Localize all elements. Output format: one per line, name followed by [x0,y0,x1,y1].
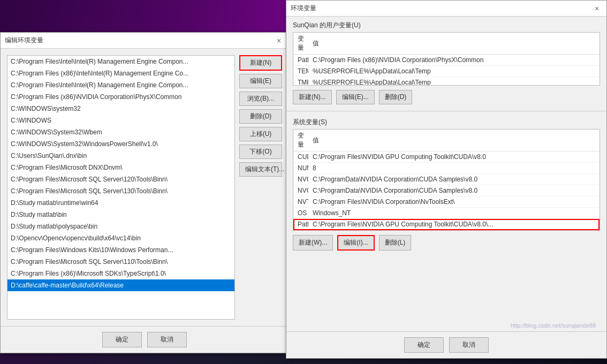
table-row[interactable]: NVCUDASAMPLES_ROOTC:\ProgramData\NVIDIA … [293,174,600,185]
right-ok-button[interactable]: 确定 [404,337,444,353]
browse-button[interactable]: 浏览(B)... [239,92,282,106]
list-item[interactable]: C:\Program Files\Microsoft SQL Server\11… [7,256,234,268]
dialog-edit-env: 编辑环境变量 × C:\Program Files\Intel\Intel(R)… [0,32,289,353]
new-button[interactable]: 新建(N) [239,55,282,71]
table-row[interactable]: TMP%USERPROFILE%\AppData\Local\Temp [293,77,600,86]
user-section-buttons: 新建(N)... 编辑(E)... 删除(D) [286,86,606,109]
list-item[interactable]: C:\Program Files (x86)\Microsoft SDKs\Ty… [7,268,234,279]
sys-vars-table: 变量 值 CUDA_PATH_V8_0C:\Program Files\NVID… [293,130,600,230]
table-row[interactable]: PathC:\Program Files\NVIDIA GPU Computin… [293,219,600,230]
sys-col-val: 值 [308,130,600,151]
user-col-var: 变量 [293,33,308,55]
sys-vars-table-container[interactable]: 变量 值 CUDA_PATH_V8_0C:\Program Files\NVID… [293,129,600,231]
sys-delete-button[interactable]: 删除(L) [379,235,412,251]
list-item[interactable]: D:\Study matlab\polyspace\bin [7,221,234,232]
watermark: http://blog.csdn.net/sunqiande88 [511,322,596,329]
right-cancel-button[interactable]: 取消 [449,337,489,353]
list-item[interactable]: D:\Study matlab\runtime\win64 [7,197,234,209]
list-item[interactable]: C:\WINDOWS [7,115,234,126]
left-ok-button[interactable]: 确定 [102,332,142,347]
dialog-right-close-button[interactable]: × [591,3,602,14]
list-item[interactable]: C:\Program Files\Intel\Intel(R) Manageme… [7,79,234,91]
list-item[interactable]: C:\Program Files\Microsoft DNX\Dnvm\ [7,162,234,173]
user-vars-table-container: 变量 值 PathC:\Program Files (x86)\NVIDIA C… [293,32,600,86]
sys-new-button[interactable]: 新建(W)... [293,235,333,251]
list-item[interactable]: C:\Program Files\Windows Kits\10\Windows… [7,244,234,256]
move-up-button[interactable]: 上移(U) [239,127,282,141]
dialog-left-titlebar: 编辑环境变量 × [1,33,289,49]
list-item[interactable]: C:\Program Files\Microsoft SQL Server\12… [7,173,234,185]
edit-text-button[interactable]: 编辑文本(T)... [239,162,282,177]
dialog-right-titlebar: 环境变量 × [286,1,606,17]
user-section-label: SunQian 的用户变量(U) [286,17,606,32]
table-row[interactable]: NVTOOLSEXT_PATHC:\Program Files\NVIDIA C… [293,196,600,208]
sys-edit-button[interactable]: 编辑(I)... [337,235,374,251]
move-down-button[interactable]: 下移(O) [239,145,282,159]
left-button-column: 新建(N) 编辑(E) 浏览(B)... 删除(D) 上移(U) 下移(O) 编… [239,55,282,320]
left-cancel-button[interactable]: 取消 [147,332,187,347]
list-item[interactable]: C:\WINDOWS\System32\WindowsPowerShell\v1… [7,138,234,150]
user-col-val: 值 [308,33,600,55]
user-delete-button[interactable]: 删除(D) [379,90,413,104]
list-item[interactable]: D:\Study matlab\bin [7,209,234,221]
user-new-button[interactable]: 新建(N)... [293,90,332,104]
section-divider [286,111,606,111]
list-item[interactable]: C:\WINDOWS\system32 [7,103,234,115]
sys-section-label: 系统变量(S) [286,113,606,129]
dialog-left-footer: 确定 取消 [1,326,289,353]
list-item[interactable]: D:\caffe\caffe-master\Build\x64\Release [7,279,234,291]
env-path-list[interactable]: C:\Program Files\Intel\Intel(R) Manageme… [7,55,235,320]
edit-button[interactable]: 编辑(E) [239,74,282,88]
sys-section-buttons: 新建(W)... 编辑(I)... 删除(L) [286,231,606,255]
table-row[interactable]: TEMP%USERPROFILE%\AppData\Local\Temp [293,66,600,77]
dialog-left-title: 编辑环境变量 [5,36,43,45]
dialog-left-close-button[interactable]: × [274,35,284,46]
table-row[interactable]: CUDA_PATH_V8_0C:\Program Files\NVIDIA GP… [293,151,600,163]
list-item[interactable]: C:\Program Files\Intel\Intel(R) Manageme… [7,56,234,67]
user-edit-button[interactable]: 编辑(E)... [336,90,375,104]
list-item[interactable]: C:\Users\SunQian\.dnx\bin [7,150,234,162]
user-vars-table: 变量 值 PathC:\Program Files (x86)\NVIDIA C… [293,33,600,86]
dialog-left-content: C:\Program Files\Intel\Intel(R) Manageme… [1,49,289,326]
list-item[interactable]: C:\Program Files (x86)\NVIDIA Corporatio… [7,91,234,103]
list-item[interactable]: C:\Program Files (x86)\Intel\Intel(R) Ma… [7,67,234,79]
table-row[interactable]: NVCUDASAMPLES8_0_RO...C:\ProgramData\NVI… [293,185,600,196]
delete-button[interactable]: 删除(D) [239,109,282,124]
table-row[interactable]: PathC:\Program Files (x86)\NVIDIA Corpor… [293,55,600,66]
list-item[interactable]: D:\Opencv\Opencv\opencv\build\x64\vc14\b… [7,232,234,244]
sys-col-var: 变量 [293,130,308,151]
dialog-right-footer: 确定 取消 [286,331,606,358]
table-row[interactable]: OSWindows_NT [293,208,600,219]
list-item[interactable]: C:\Program Files\Microsoft SQL Server\13… [7,185,234,197]
dialog-right-title: 环境变量 [291,4,316,13]
dialog-env-vars: 环境变量 × SunQian 的用户变量(U) 变量 值 PathC:\Prog… [286,0,607,359]
table-row[interactable]: NUMBER_OF_PROCESSORS8 [293,163,600,174]
list-item[interactable]: C:\WINDOWS\System32\Wbem [7,126,234,138]
